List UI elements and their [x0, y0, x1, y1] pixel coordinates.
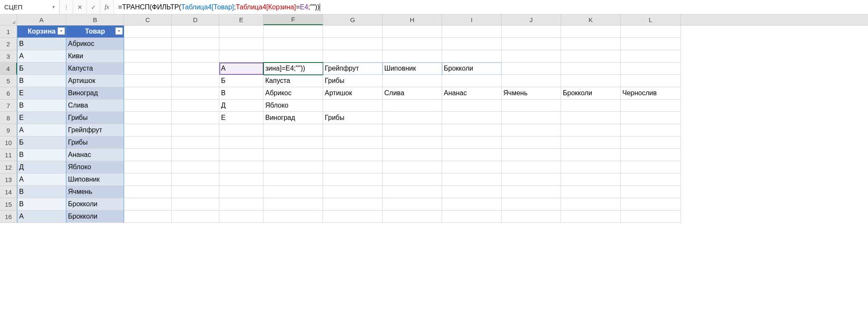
cell-C15[interactable] — [124, 198, 172, 210]
cell-C2[interactable] — [124, 38, 172, 50]
cell-B7[interactable]: Слива — [66, 100, 124, 112]
cell-I5[interactable] — [442, 75, 502, 87]
cell-F8[interactable]: Виноград — [264, 112, 323, 124]
cell-C9[interactable] — [124, 124, 172, 137]
cell-A11[interactable]: В — [17, 149, 66, 161]
cell-J15[interactable] — [502, 198, 561, 210]
column-header-A[interactable]: A — [17, 14, 66, 25]
cell-I10[interactable] — [442, 137, 502, 149]
cell-E7[interactable]: Д — [219, 100, 264, 112]
cell-H3[interactable] — [383, 50, 442, 63]
cell-K9[interactable] — [561, 124, 621, 137]
row-header[interactable]: 13 — [0, 173, 17, 186]
cell-D10[interactable] — [172, 137, 219, 149]
cell-I7[interactable] — [442, 100, 502, 112]
row-header[interactable]: 15 — [0, 198, 17, 210]
cell-G14[interactable] — [323, 186, 383, 198]
cell-I6[interactable]: Ананас — [442, 87, 502, 100]
cell-D12[interactable] — [172, 161, 219, 173]
cell-H16[interactable] — [383, 210, 442, 223]
cell-A14[interactable]: В — [17, 186, 66, 198]
cell-B9[interactable]: Грейпфрут — [66, 124, 124, 137]
cell-I8[interactable] — [442, 112, 502, 124]
cell-B15[interactable]: Брокколи — [66, 198, 124, 210]
cell-I4[interactable]: Брокколи — [442, 63, 502, 75]
cell-J7[interactable] — [502, 100, 561, 112]
chevron-down-icon[interactable]: ▼ — [51, 5, 56, 9]
column-header-B[interactable]: B — [66, 14, 124, 25]
spreadsheet-grid[interactable]: ABCDEFGHIJKL 1КорзинаТовар2ВАбрикос3АКив… — [0, 14, 868, 223]
cell-G6[interactable]: Артишок — [323, 87, 383, 100]
cell-I11[interactable] — [442, 149, 502, 161]
column-header-E[interactable]: E — [219, 14, 264, 25]
cell-L5[interactable] — [621, 75, 681, 87]
cancel-button[interactable]: ✕ — [73, 0, 87, 14]
cell-A8[interactable]: Е — [17, 112, 66, 124]
row-header[interactable]: 6 — [0, 87, 17, 100]
cell-L15[interactable] — [621, 198, 681, 210]
column-header-D[interactable]: D — [172, 14, 219, 25]
cell-I9[interactable] — [442, 124, 502, 137]
cell-E5[interactable]: Б — [219, 75, 264, 87]
cell-D6[interactable] — [172, 87, 219, 100]
cell-J16[interactable] — [502, 210, 561, 223]
cell-J8[interactable] — [502, 112, 561, 124]
cell-E14[interactable] — [219, 186, 264, 198]
cell-G1[interactable] — [323, 26, 383, 38]
cell-E10[interactable] — [219, 137, 264, 149]
cell-E2[interactable] — [219, 38, 264, 50]
accept-button[interactable]: ✓ — [87, 0, 100, 14]
column-header-I[interactable]: I — [442, 14, 502, 25]
cell-K13[interactable] — [561, 173, 621, 186]
cell-J12[interactable] — [502, 161, 561, 173]
cell-F5[interactable]: Капуста — [264, 75, 323, 87]
column-header-G[interactable]: G — [323, 14, 383, 25]
cell-I14[interactable] — [442, 186, 502, 198]
cell-F11[interactable] — [264, 149, 323, 161]
cell-G8[interactable]: Грибы — [323, 112, 383, 124]
cell-K3[interactable] — [561, 50, 621, 63]
cell-L2[interactable] — [621, 38, 681, 50]
cell-D11[interactable] — [172, 149, 219, 161]
cell-L7[interactable] — [621, 100, 681, 112]
cell-J3[interactable] — [502, 50, 561, 63]
cell-L11[interactable] — [621, 149, 681, 161]
row-header[interactable]: 12 — [0, 161, 17, 173]
cell-D5[interactable] — [172, 75, 219, 87]
cell-A16[interactable]: А — [17, 210, 66, 223]
cell-A9[interactable]: А — [17, 124, 66, 137]
cell-I15[interactable] — [442, 198, 502, 210]
column-header-K[interactable]: K — [561, 14, 621, 25]
column-header-L[interactable]: L — [621, 14, 681, 25]
cell-F4[interactable]: зина]=E4;"")) — [264, 63, 323, 75]
cell-H9[interactable] — [383, 124, 442, 137]
cell-B12[interactable]: Яблоко — [66, 161, 124, 173]
cell-D16[interactable] — [172, 210, 219, 223]
cell-B4[interactable]: Капуста — [66, 63, 124, 75]
cell-K5[interactable] — [561, 75, 621, 87]
cell-K10[interactable] — [561, 137, 621, 149]
cell-G12[interactable] — [323, 161, 383, 173]
cell-F12[interactable] — [264, 161, 323, 173]
cell-A13[interactable]: А — [17, 173, 66, 186]
formula-input[interactable]: =ТРАНСП(ФИЛЬТР(Таблица4[Товар];Таблица4[… — [114, 0, 868, 14]
cell-B3[interactable]: Киви — [66, 50, 124, 63]
cell-I1[interactable] — [442, 26, 502, 38]
row-header[interactable]: 1 — [0, 26, 17, 38]
cell-D15[interactable] — [172, 198, 219, 210]
filter-dropdown-icon[interactable] — [115, 27, 123, 35]
cell-D4[interactable] — [172, 63, 219, 75]
cell-I3[interactable] — [442, 50, 502, 63]
cell-C10[interactable] — [124, 137, 172, 149]
cell-C11[interactable] — [124, 149, 172, 161]
cell-B5[interactable]: Артишок — [66, 75, 124, 87]
cell-D9[interactable] — [172, 124, 219, 137]
cell-H14[interactable] — [383, 186, 442, 198]
cell-K8[interactable] — [561, 112, 621, 124]
cell-H7[interactable] — [383, 100, 442, 112]
cell-G13[interactable] — [323, 173, 383, 186]
cell-C1[interactable] — [124, 26, 172, 38]
cell-I13[interactable] — [442, 173, 502, 186]
cell-E8[interactable]: Е — [219, 112, 264, 124]
cell-E9[interactable] — [219, 124, 264, 137]
